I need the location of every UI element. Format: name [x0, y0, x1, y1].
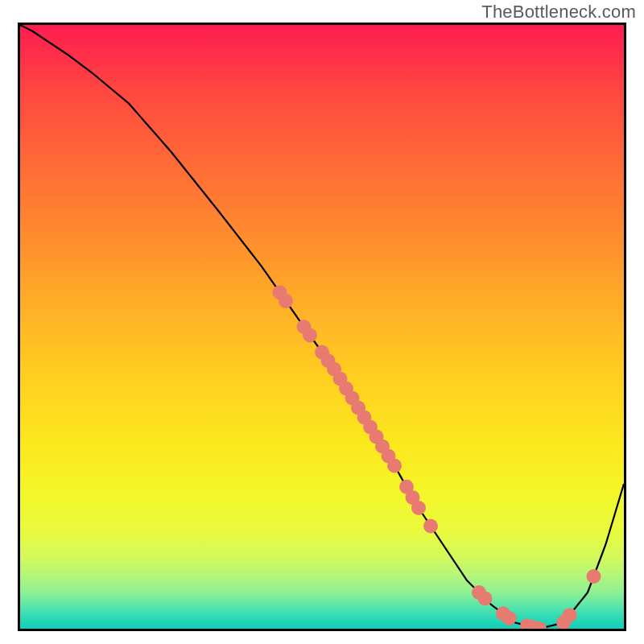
chart-container: TheBottleneck.com — [0, 0, 644, 644]
data-dot — [387, 459, 402, 473]
data-dot — [563, 608, 577, 622]
data-dot — [411, 501, 426, 515]
data-dot — [502, 611, 517, 625]
data-dot — [587, 569, 601, 584]
watermark-text: TheBottleneck.com — [481, 2, 636, 23]
data-dot — [478, 592, 493, 606]
data-dot — [423, 519, 438, 534]
data-dot — [303, 328, 317, 343]
chart-layer — [20, 25, 624, 629]
plot-frame — [18, 23, 626, 631]
data-dot — [279, 294, 293, 308]
curve-line — [20, 25, 624, 629]
chart-overlay — [20, 25, 624, 629]
